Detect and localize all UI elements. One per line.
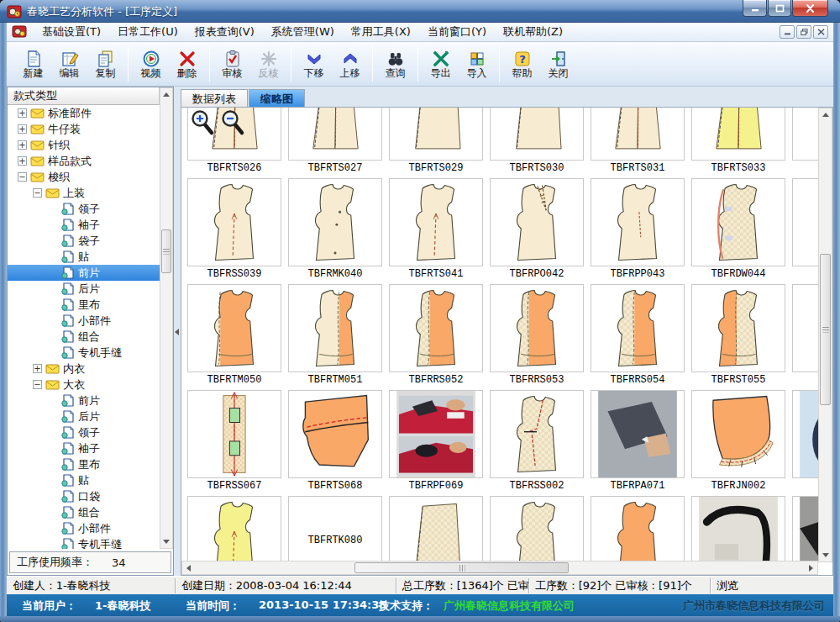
tree-item-梭织[interactable]: −梭织 [8,169,160,185]
thumbnail-cell[interactable]: TBFRDW044 [691,178,785,281]
thumbnail-cell[interactable]: TBFRPA071 [591,390,685,493]
zoom-in-magnifier-icon[interactable] [190,109,215,136]
mdi-restore-button[interactable] [796,25,811,39]
tree-item-贴[interactable]: 贴 [8,472,160,488]
tree-scroll-down-arrow[interactable] [160,535,172,548]
thumbnail-cell[interactable]: TBFRPF069 [389,390,483,493]
toolbar-move-up-button[interactable]: 上移 [333,45,367,84]
panel-splitter[interactable] [174,87,181,576]
tree-expander-icon[interactable]: + [18,156,27,166]
tree-item-内衣[interactable]: +内衣 [8,361,160,377]
tree-scrollbar-thumb[interactable] [161,229,171,273]
toolbar-new-document-button[interactable]: 新建 [16,45,50,84]
toolbar-copy-button[interactable]: 复制 [88,45,123,84]
toolbar-edit-button[interactable]: 编辑 [52,45,87,84]
splitter-collapse-icon[interactable] [175,329,179,335]
thumbnail-cell[interactable]: TBFRTS027 [288,108,382,175]
grid-scroll-down-arrow[interactable] [819,549,832,561]
thumbnail-cell[interactable] [792,178,818,281]
thumbnail-cell[interactable]: TBFRTS033 [691,108,785,175]
minimize-button[interactable] [743,0,767,17]
toolbar-exit-door-button[interactable]: 关闭 [541,45,575,84]
thumbnail-cell[interactable]: TBFRMK040 [288,178,382,281]
thumbnail-cell[interactable]: TBFRTS041 [389,178,483,281]
thumbnail-cell[interactable]: TBFRPO042 [490,178,584,281]
tree-item-里布[interactable]: 里布 [8,456,160,472]
tree-item-后片[interactable]: 后片 [8,281,160,297]
tree-item-袖子[interactable]: 袖子 [8,217,160,233]
tree-vertical-scrollbar[interactable] [160,87,173,549]
thumbnail-cell[interactable] [389,496,483,561]
tab-数据列表[interactable]: 数据列表 [181,89,248,107]
tree-expander-icon[interactable]: − [33,188,42,198]
thumbnail-cell[interactable]: TBFRST055 [691,284,785,387]
thumbnail-cell[interactable]: TBFRRS053 [490,284,584,387]
grid-hscrollbar-thumb[interactable] [354,562,569,573]
menu-item-1[interactable]: 基础设置(T) [34,23,109,41]
toolbar-move-down-button[interactable]: 下移 [297,45,331,84]
grid-scroll-left-arrow[interactable] [182,561,195,574]
tree-item-口袋[interactable]: 口袋 [8,488,160,504]
tree-item-专机手缝[interactable]: 专机手缝 [8,536,160,549]
thumbnail-cell[interactable] [792,390,818,493]
grid-scroll-up-arrow[interactable] [819,108,832,121]
tree-scroll-up-arrow[interactable] [160,88,172,101]
tree-expander-icon[interactable]: + [18,108,27,118]
thumbnail-cell[interactable]: TBFRSS067 [187,390,281,493]
tree-item-样品款式[interactable]: +样品款式 [8,153,160,169]
tree-item-后片[interactable]: 后片 [8,409,160,424]
toolbar-export-excel-button[interactable]: 导出 [423,45,458,84]
thumbnail-cell[interactable]: TBFRJN002 [691,390,785,493]
menu-item-6[interactable]: 当前窗口(Y) [419,23,495,41]
thumbnail-cell[interactable]: TBFRPP043 [591,178,685,281]
tab-缩略图[interactable]: 缩略图 [249,89,305,107]
menu-item-5[interactable]: 常用工具(X) [343,23,419,41]
zoom-out-magnifier-icon[interactable] [220,109,245,136]
tree-item-针织[interactable]: +针织 [8,137,160,153]
menu-item-4[interactable]: 系统管理(W) [263,23,343,41]
thumbnail-cell[interactable]: TBFRTM050 [187,284,281,387]
menu-item-3[interactable]: 报表查询(V) [186,23,263,41]
toolbar-audit-check-button[interactable]: 审核 [215,45,249,84]
tree-item-前片[interactable]: 前片 [8,393,160,409]
grid-vertical-scrollbar[interactable] [818,108,832,562]
tree-item-袖子[interactable]: 袖子 [8,440,160,456]
tree-item-小部件[interactable]: 小部件 [8,520,160,536]
toolbar-search-binoculars-button[interactable]: 查询 [378,45,412,84]
thumbnail-cell[interactable]: TBFRTS030 [490,108,584,175]
thumbnail-cell[interactable]: TBFRRS052 [389,284,483,387]
toolbar-video-button[interactable]: 视频 [134,45,168,84]
tree-item-上装[interactable]: −上装 [8,185,160,201]
menu-item-2[interactable]: 日常工作(U) [109,23,186,41]
tree-expander-icon[interactable]: + [33,364,42,373]
tree-item-大衣[interactable]: −大衣 [8,377,160,393]
thumbnail-cell[interactable] [490,496,584,561]
tree-expander-icon[interactable]: − [33,380,42,389]
thumbnail-cell[interactable]: TBFRTS031 [591,108,685,175]
grid-scroll-right-arrow[interactable] [805,561,817,574]
tree-item-前片[interactable]: 前片 [8,265,160,281]
tree-item-标准部件[interactable]: +标准部件 [8,105,160,121]
thumbnail-cell[interactable]: TBFRTM051 [288,284,382,387]
thumbnail-cell[interactable] [187,496,281,561]
thumbnail-cell[interactable]: TBFRTK080 [288,496,382,561]
maximize-button[interactable] [768,0,791,17]
tree-item-牛仔装[interactable]: +牛仔装 [8,121,160,137]
mdi-close-button[interactable] [813,25,828,39]
tree-item-里布[interactable]: 里布 [8,297,160,313]
toolbar-delete-button[interactable]: 删除 [170,45,204,84]
thumbnail-cell[interactable] [792,108,818,175]
thumbnail-cell[interactable]: TBFRRS054 [591,284,685,387]
thumbnail-cell[interactable]: TBFRSS039 [187,178,281,281]
grid-vscrollbar-thumb[interactable] [820,254,831,405]
tree-item-领子[interactable]: 领子 [8,201,160,217]
close-button[interactable] [792,0,828,17]
thumbnail-cell[interactable] [591,496,685,561]
grid-horizontal-scrollbar[interactable] [181,561,818,575]
tree-item-专机手缝[interactable]: 专机手缝 [8,345,160,361]
tree-expander-icon[interactable]: + [18,140,27,150]
tree-item-组合[interactable]: 组合 [8,329,160,345]
menu-item-7[interactable]: 联机帮助(Z) [495,23,571,41]
tree-expander-icon[interactable]: + [18,124,27,134]
toolbar-help-button[interactable]: ?帮助 [505,45,539,84]
